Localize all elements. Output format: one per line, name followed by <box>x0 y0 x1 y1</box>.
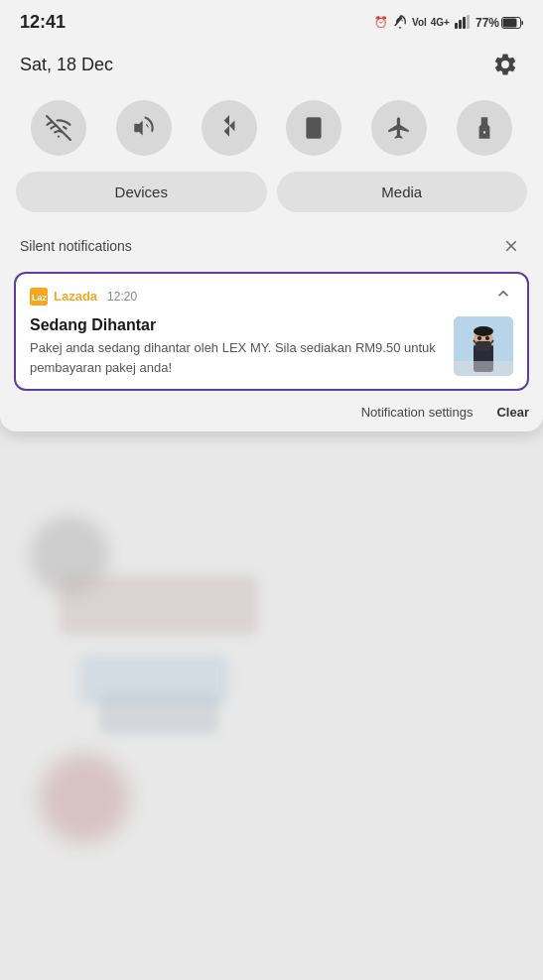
svg-rect-5 <box>503 18 517 27</box>
clear-notification-button[interactable]: Clear <box>496 405 529 420</box>
media-button[interactable]: Media <box>277 172 528 212</box>
mute-icon <box>392 14 408 32</box>
quick-toggles-row <box>0 92 543 168</box>
status-icons: ⏰ Vol 4G+ 77% <box>374 14 523 32</box>
notification-panel: 12:41 ⏰ Vol 4G+ <box>0 0 543 431</box>
vol-label: Vol <box>412 17 427 28</box>
svg-rect-19 <box>454 361 513 376</box>
svg-text:Laz: Laz <box>32 293 48 303</box>
airplane-mode-toggle-button[interactable] <box>371 100 427 156</box>
battery-icon: 77% <box>475 16 523 30</box>
svg-rect-2 <box>463 17 466 29</box>
wifi-toggle-button[interactable] <box>31 100 86 156</box>
svg-point-18 <box>485 336 489 340</box>
svg-rect-0 <box>455 23 458 29</box>
settings-gear-button[interactable] <box>487 47 523 82</box>
notification-thumbnail <box>454 316 513 376</box>
phone-screen: 12:41 ⏰ Vol 4G+ <box>0 0 543 980</box>
silent-notifications-close-button[interactable] <box>499 234 523 258</box>
svg-rect-1 <box>459 20 462 29</box>
date-text: Sat, 18 Dec <box>20 55 113 75</box>
notification-expand-button[interactable] <box>493 284 513 308</box>
signal-bars-icon <box>454 15 472 31</box>
notification-header: Laz Lazada 12:20 <box>30 284 513 308</box>
silent-notifications-bar: Silent notifications <box>0 224 543 268</box>
status-time: 12:41 <box>20 12 66 33</box>
alarm-icon: ⏰ <box>374 16 388 29</box>
thumbnail-bg <box>454 316 513 376</box>
lazada-app-icon: Laz <box>30 288 48 306</box>
lazada-notification-card[interactable]: Laz Lazada 12:20 Sedang Dihantar Pakej a… <box>14 272 529 391</box>
svg-point-13 <box>474 326 493 336</box>
notification-actions-row: Notification settings Clear <box>0 399 543 424</box>
flashlight-toggle-button[interactable] <box>457 100 512 156</box>
devices-button[interactable]: Devices <box>16 172 267 212</box>
mute-toggle-button[interactable] <box>116 100 172 156</box>
notification-time: 12:20 <box>107 290 137 304</box>
silent-notifications-label: Silent notifications <box>20 238 132 254</box>
device-media-row: Devices Media <box>0 168 543 224</box>
date-row: Sat, 18 Dec <box>0 41 543 92</box>
network-icon: 4G+ <box>431 17 450 28</box>
svg-rect-14 <box>475 341 491 351</box>
notification-body: Sedang Dihantar Pakej anda sedang dihant… <box>30 316 513 377</box>
notification-description: Pakej anda sedang dihantar oleh LEX MY. … <box>30 338 444 377</box>
rotation-toggle-button[interactable] <box>286 100 341 156</box>
notification-app-info: Laz Lazada 12:20 <box>30 288 137 306</box>
svg-rect-3 <box>467 15 470 29</box>
bluetooth-toggle-button[interactable] <box>202 100 257 156</box>
notification-text-area: Sedang Dihantar Pakej anda sedang dihant… <box>30 316 444 377</box>
status-bar: 12:41 ⏰ Vol 4G+ <box>0 0 543 41</box>
notification-title: Sedang Dihantar <box>30 316 444 334</box>
notification-settings-button[interactable]: Notification settings <box>361 405 474 420</box>
app-name-label: Lazada <box>54 289 97 304</box>
svg-point-17 <box>477 336 481 340</box>
